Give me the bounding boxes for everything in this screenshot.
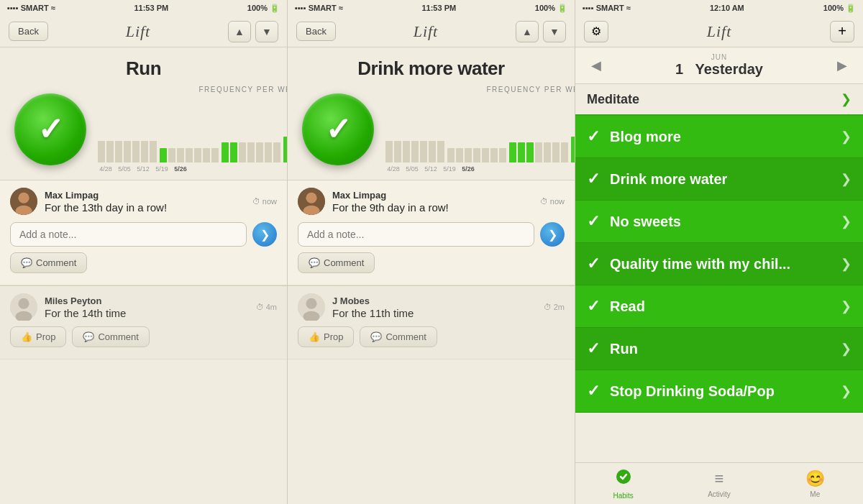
habit-name-1: Drink more water: [610, 171, 841, 188]
check-button-2[interactable]: ✓: [302, 93, 374, 165]
check-mark-1: ✓: [37, 111, 64, 147]
bar: [256, 142, 263, 162]
habit-list: ✓ Blog more ❯ ✓ Drink more water ❯ ✓ No …: [575, 116, 863, 462]
note-input-2[interactable]: [298, 222, 534, 247]
tab-me[interactable]: 😊 Me: [767, 463, 863, 504]
gear-button[interactable]: ⚙: [584, 21, 608, 42]
arrow-up-2[interactable]: ▲: [516, 21, 539, 42]
bar: [239, 142, 246, 162]
comment-button-1[interactable]: 💬 Comment: [10, 252, 87, 273]
prop-button-1[interactable]: 👍 Prop: [10, 326, 66, 347]
date-next-arrow[interactable]: ▶: [831, 55, 853, 76]
habit-title-2: Drink more water: [288, 47, 575, 86]
bar-col-3: [222, 142, 280, 162]
send-button-2[interactable]: ❯: [540, 222, 565, 247]
freq-label-1: FREQUENCY PER WEEK: [98, 86, 288, 93]
tab-activity[interactable]: ≡ Activity: [671, 463, 767, 504]
habit-name-0: Blog more: [610, 129, 841, 145]
activity-header-2: Miles Peyton For the 14th time ⏱ 4m: [10, 293, 277, 321]
arrow-down-1[interactable]: ▼: [255, 21, 278, 42]
bar: [394, 141, 401, 162]
action-btns-1: 💬 Comment: [10, 249, 277, 278]
activity-info-3: Max Limpag For the 9th day in a row!: [332, 190, 533, 214]
back-button-1[interactable]: Back: [9, 22, 48, 41]
habit-list-item-1[interactable]: ✓ Drink more water ❯: [575, 158, 863, 201]
bar-date: 5/05: [117, 165, 132, 173]
habit-list-item-0[interactable]: ✓ Blog more ❯: [575, 116, 863, 158]
arrow-up-1[interactable]: ▲: [228, 21, 251, 42]
habit-name-6: Stop Drinking Soda/Pop: [610, 383, 841, 400]
tab-habits-label: Habits: [613, 492, 633, 500]
comment-button-4[interactable]: 💬 Comment: [360, 326, 437, 347]
action-btns-4: 👍 Prop 💬 Comment: [298, 324, 565, 352]
add-button[interactable]: +: [830, 21, 854, 42]
date-month: JUN: [711, 53, 727, 61]
bar: [106, 141, 114, 162]
tab-activity-label: Activity: [708, 490, 731, 498]
habit-check-icon-4: ✓: [587, 297, 600, 316]
habit-list-item-3[interactable]: ✓ Quality time with my chil... ❯: [575, 243, 863, 285]
bar: [141, 141, 148, 162]
bar: [447, 148, 455, 162]
bar: [526, 142, 534, 162]
bar: [456, 148, 463, 162]
action-btns-2: 👍 Prop 💬 Comment: [10, 324, 277, 352]
date-prev-arrow[interactable]: ◀: [585, 55, 607, 76]
bar: [177, 148, 184, 162]
send-button-1[interactable]: ❯: [252, 222, 277, 247]
back-button-2[interactable]: Back: [296, 22, 336, 41]
bar-col-p2-2: [447, 148, 506, 162]
note-input-1[interactable]: [10, 222, 247, 247]
check-button-1[interactable]: ✓: [14, 93, 86, 165]
habits-icon: [615, 468, 632, 490]
nav-arrows-1: ▲ ▼: [228, 21, 278, 42]
tab-bar: Habits ≡ Activity 😊 Me: [575, 462, 863, 504]
bar: [411, 141, 419, 162]
comment-icon-3: 💬: [309, 257, 320, 268]
habit-name-3: Quality time with my chil...: [610, 256, 841, 272]
meditate-arrow: ❯: [841, 91, 851, 107]
bars-container-2: [385, 98, 575, 162]
bar: [124, 141, 131, 162]
meditate-row[interactable]: Meditate ❯: [575, 84, 863, 116]
status-bar-1: ▪▪▪▪ SMART ≈ 11:53 PM 100% 🔋: [0, 0, 287, 16]
activity-user-1: Max Limpag: [45, 190, 245, 201]
signal-2: ▪▪▪▪ SMART ≈: [295, 4, 343, 12]
habit-body-2: ✓ FREQUENCY PER WEEK: [288, 86, 575, 180]
bar: [132, 141, 140, 162]
habit-list-item-2[interactable]: ✓ No sweets ❯: [575, 201, 863, 243]
activity-item-4: J Mobes For the 11th time ⏱ 2m 👍 Prop 💬 …: [288, 286, 575, 359]
habit-check-icon-3: ✓: [587, 255, 600, 273]
arrow-down-2[interactable]: ▼: [543, 21, 566, 42]
comment-icon-4: 💬: [370, 331, 382, 342]
battery-2: 100% 🔋: [535, 4, 567, 13]
note-input-row-2: ❯: [298, 218, 565, 249]
comment-button-2[interactable]: 💬 Comment: [72, 326, 149, 347]
habit-arrow-4: ❯: [841, 298, 851, 314]
bar: [168, 148, 175, 162]
activity-user-2: Miles Peyton: [45, 295, 249, 306]
bar-date: 5/12: [135, 165, 151, 173]
svg-point-1: [18, 193, 29, 203]
nav-bar-2: Back Lift ▲ ▼: [288, 16, 575, 47]
meditate-label: Meditate: [587, 92, 639, 107]
bar: [186, 148, 193, 162]
activity-item-1: Max Limpag For the 13th day in a row! ⏱ …: [0, 180, 287, 285]
habit-list-item-6[interactable]: ✓ Stop Drinking Soda/Pop ❯: [575, 370, 863, 413]
date-display: JUN 1 Yesterday: [675, 53, 763, 78]
bar-col-1: [98, 141, 157, 162]
activity-icon: ≡: [715, 469, 724, 488]
me-icon: 😊: [805, 469, 825, 488]
comment-button-3[interactable]: 💬 Comment: [298, 252, 375, 273]
prop-button-2[interactable]: 👍 Prop: [298, 326, 354, 347]
tab-habits[interactable]: Habits: [575, 463, 671, 504]
bar: [552, 142, 560, 162]
habit-list-item-5[interactable]: ✓ Run ❯: [575, 328, 863, 370]
activity-info-4: J Mobes For the 11th time: [332, 295, 536, 319]
habit-arrow-2: ❯: [841, 214, 851, 229]
habit-arrow-6: ❯: [841, 383, 851, 399]
habit-list-item-4[interactable]: ✓ Read ❯: [575, 285, 863, 328]
habit-arrow-5: ❯: [841, 341, 851, 357]
habit-arrow-0: ❯: [841, 129, 851, 145]
bar-date: 4/28: [98, 165, 114, 173]
